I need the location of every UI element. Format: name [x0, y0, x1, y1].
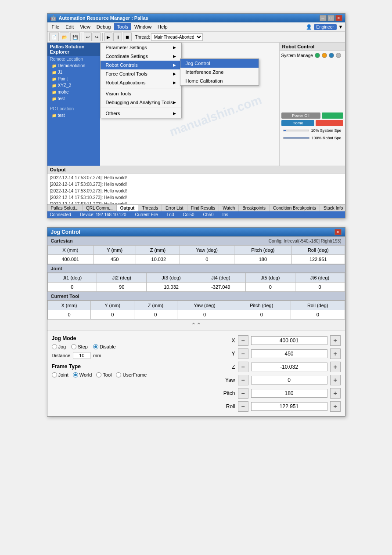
- submenu-interference-zone[interactable]: Interference Zone: [180, 68, 259, 76]
- close-button[interactable]: ×: [335, 15, 342, 21]
- home-button[interactable]: Home: [281, 120, 315, 126]
- power-off-button[interactable]: Power Off: [281, 112, 320, 119]
- status-ins: Ins: [223, 212, 228, 217]
- menu-file[interactable]: File: [49, 23, 62, 30]
- frame-userframe[interactable]: UserFrame: [116, 372, 147, 377]
- axis-z-minus[interactable]: −: [238, 362, 248, 372]
- tab-threads[interactable]: Threads: [138, 205, 162, 211]
- thread-label: Thread:: [135, 35, 150, 40]
- context-area: Parameter Settings ▶ Coordinate Settings…: [100, 43, 279, 166]
- sidebar-item-xyz2[interactable]: 📁 XYZ_2: [47, 82, 100, 89]
- menu-edit[interactable]: Edit: [63, 23, 76, 30]
- toolbar-save[interactable]: 💾: [70, 33, 80, 41]
- frame-world[interactable]: World: [73, 372, 92, 377]
- tab-find-results[interactable]: Find Results: [187, 205, 219, 211]
- axis-yaw-plus[interactable]: +: [330, 375, 341, 385]
- menu-debug[interactable]: Debug: [94, 23, 113, 30]
- toolbar-new[interactable]: 📄: [49, 33, 59, 41]
- submenu-jog-control[interactable]: Jog Control: [180, 59, 259, 68]
- menu-coordinate-settings[interactable]: Coordinate Settings ▶: [101, 52, 181, 61]
- tab-qrl-comm[interactable]: QRL Comm...: [83, 205, 117, 211]
- cartesian-val-y: 450: [94, 255, 136, 264]
- axis-x-plus[interactable]: +: [330, 335, 341, 346]
- radio-step[interactable]: Step: [71, 344, 88, 349]
- toolbar-stop[interactable]: ⏹: [123, 33, 132, 41]
- tab-watch[interactable]: Watch: [219, 205, 239, 211]
- status-dot-green: [315, 53, 320, 58]
- jog-close-button[interactable]: ×: [334, 229, 342, 235]
- distance-input[interactable]: 10: [73, 352, 90, 359]
- folder-icon-point: 📁: [52, 77, 57, 81]
- tab-breakpoints[interactable]: Breakpoints: [239, 205, 270, 211]
- menu-vision-tools[interactable]: Vision Tools: [101, 89, 181, 98]
- maximize-button[interactable]: □: [327, 15, 334, 21]
- axis-x-minus[interactable]: −: [238, 335, 248, 346]
- user-dropdown-icon[interactable]: ▼: [338, 24, 343, 29]
- sidebar-item-test[interactable]: 📁 test: [47, 95, 100, 102]
- axis-y-minus[interactable]: −: [238, 348, 248, 359]
- menu-force-control[interactable]: Force Control Tools ▶: [101, 69, 181, 78]
- axis-x-value: 400.001: [251, 336, 327, 345]
- radio-disable[interactable]: Disable: [93, 344, 116, 349]
- toolbar-run[interactable]: ▶: [104, 33, 112, 41]
- axis-yaw-label: Yaw: [218, 377, 235, 383]
- joint-val-jt1: 0: [47, 283, 97, 292]
- menu-robot-applications[interactable]: Robot Applications ▶: [101, 78, 181, 87]
- menu-debugging[interactable]: Debugging and Analyzing Tools ▶: [101, 98, 181, 107]
- tab-error-list[interactable]: Error List: [162, 205, 187, 211]
- joint-header-jt3: Jt3 (deg): [147, 273, 196, 283]
- radio-userframe-circle: [116, 372, 121, 377]
- sidebar-item-point[interactable]: 📁 Point: [47, 76, 100, 82]
- jog-title: Jog Control: [51, 229, 80, 235]
- tab-output[interactable]: Output: [117, 205, 139, 211]
- menu-tools[interactable]: Tools: [114, 23, 131, 30]
- status-current-file: Current File: [135, 212, 158, 217]
- radio-jog[interactable]: Jog: [52, 344, 66, 349]
- axis-y-plus[interactable]: +: [330, 348, 341, 359]
- collapse-arrow[interactable]: ⌃⌃: [47, 319, 345, 331]
- frame-type-label: Frame Type: [52, 363, 209, 370]
- distance-unit: mm: [93, 353, 101, 358]
- axis-pitch-minus[interactable]: −: [238, 388, 248, 399]
- toolbar-open[interactable]: 📂: [60, 33, 69, 41]
- system-speed-row: 10% System Spe: [281, 127, 343, 134]
- toolbar-pause[interactable]: ⏸: [113, 33, 122, 41]
- menu-robot-controls[interactable]: Robot Controls ▶: [101, 61, 181, 69]
- axis-roll-minus[interactable]: −: [238, 401, 248, 412]
- axis-z-plus[interactable]: +: [330, 362, 341, 372]
- toolbar-redo[interactable]: ↪: [93, 33, 101, 41]
- arrow-icon-7: ▶: [173, 111, 176, 116]
- minimize-button[interactable]: ─: [320, 15, 327, 21]
- tab-stack-info[interactable]: Stack Info: [320, 205, 345, 211]
- axis-yaw-row: Yaw − 0 +: [218, 375, 341, 385]
- menu-parameter-settings[interactable]: Parameter Settings ▶: [101, 43, 181, 52]
- radio-step-circle: [71, 344, 76, 349]
- power-on-button[interactable]: [322, 112, 343, 119]
- homing-button[interactable]: [316, 120, 343, 126]
- axis-roll-plus[interactable]: +: [330, 401, 341, 412]
- sidebar-item-mohe[interactable]: 📁 mohe: [47, 89, 100, 95]
- tool-header-yaw: Yaw (deg): [177, 301, 232, 310]
- sidebar-item-j1[interactable]: 📁 J1: [47, 69, 100, 76]
- cartesian-val-roll: 122.951: [292, 255, 345, 264]
- toolbar-undo[interactable]: ↩: [84, 33, 92, 41]
- sidebar-item-pc-test[interactable]: 📁 test: [47, 112, 100, 119]
- remote-location-label: Remote Location: [47, 56, 100, 62]
- menu-others[interactable]: Others ▶: [101, 109, 181, 118]
- sidebar-item-demosolution[interactable]: 📁 DemoSolution: [47, 62, 100, 69]
- menu-window[interactable]: Window: [132, 23, 154, 30]
- frame-tool[interactable]: Tool: [96, 372, 111, 377]
- menu-view[interactable]: View: [77, 23, 93, 30]
- menu-help[interactable]: Help: [155, 23, 170, 30]
- axis-yaw-minus[interactable]: −: [238, 375, 248, 385]
- frame-joint[interactable]: Joint: [52, 372, 68, 377]
- submenu-home-calibration[interactable]: Home Calibration: [180, 76, 259, 85]
- thread-select[interactable]: MainThread-Aborted: [151, 33, 203, 41]
- joint-table: Jt1 (deg) Jt2 (deg) Jt3 (deg) Jt4 (deg) …: [47, 273, 345, 292]
- tab-condition-breakpoints[interactable]: Condition Breakpoints: [270, 205, 320, 211]
- tab-pallas-soluti[interactable]: Pallas Soluti...: [47, 205, 83, 211]
- axis-z-row: Z − -10.032 +: [218, 362, 341, 372]
- axis-yaw-value: 0: [251, 376, 327, 385]
- axis-y-value: 450: [251, 349, 327, 358]
- axis-pitch-plus[interactable]: +: [330, 388, 341, 399]
